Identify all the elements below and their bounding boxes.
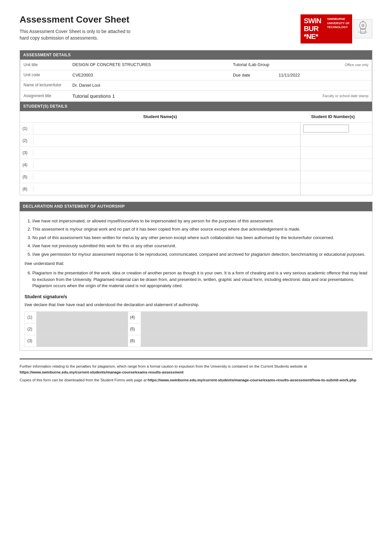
declaration-item-5: I/we give permission for my/our assessme…: [32, 251, 368, 258]
student-id-col-header: Student ID Number(s): [297, 114, 369, 120]
student-id-wrap-6: [300, 183, 372, 195]
student-row: (4): [20, 159, 372, 171]
student-id-input-2[interactable]: [303, 137, 362, 145]
signature-section: Student signature/s I/we declare that I/…: [24, 294, 368, 347]
sig-field-3-left[interactable]: [37, 335, 128, 347]
student-rows-container: (1) (2) (3) (4): [20, 122, 372, 195]
sig-spacer-2: (5): [128, 323, 141, 335]
understand-text: I/we understand that:: [24, 261, 368, 267]
svg-point-4: [362, 24, 364, 27]
declaration-item-1: I/we have not impersonated, or allowed m…: [32, 218, 368, 224]
student-id-input-1[interactable]: [303, 125, 349, 132]
sig-num-1-left: (1): [25, 311, 37, 323]
unit-code-value: CVE20003: [69, 70, 230, 80]
footer-section: Further information relating to the pena…: [20, 358, 372, 383]
sig-field-1-right[interactable]: [141, 311, 368, 323]
assignment-title-label: Assignment title: [20, 90, 69, 101]
sig-row-2: (2) (5): [25, 323, 368, 335]
footer-link-1[interactable]: https://www.swinburne.edu.my/current-stu…: [20, 370, 184, 374]
unit-title-value: DESIGN OF CONCRETE STRUCTURES: [69, 60, 230, 70]
tutorial-lab-value: [275, 60, 315, 70]
unit-code-row: Unit code CVE20003 Due date 11/11/2022: [20, 70, 372, 80]
plagiarism-item: Plagiarism is the presentation of the wo…: [32, 270, 368, 289]
sig-spacer-1: (4): [128, 311, 141, 323]
footer-link-2[interactable]: https://www.swinburne.edu.my/current-stu…: [148, 378, 356, 382]
sig-num-4-label: (4): [128, 313, 137, 321]
students-section-header: STUDENT(S) DETAILS: [20, 102, 372, 111]
signature-declare-text: I/we declare that I/we have read and und…: [24, 302, 368, 308]
plagiarism-list: Plagiarism is the presentation of the wo…: [24, 270, 368, 289]
unit-title-label: Unit title: [20, 60, 69, 70]
sig-field-3-right[interactable]: [141, 335, 368, 347]
student-name-input-4[interactable]: [33, 161, 300, 168]
student-row: (3): [20, 147, 372, 159]
lecturer-row: Name of lecturer/tutor Dr. Daniel Looi: [20, 80, 372, 90]
sig-row-3: (3) (6): [25, 335, 368, 347]
student-row: (5): [20, 171, 372, 183]
student-row: (2): [20, 134, 372, 147]
student-name-input-5[interactable]: [33, 173, 300, 181]
sig-field-2-right[interactable]: [141, 323, 368, 335]
declaration-item-3: No part of this assessment has been writ…: [32, 234, 368, 241]
assessment-details-section: ASSESSMENT DETAILS Unit title DESIGN OF …: [20, 50, 372, 195]
page-header: Assessment Cover Sheet This Assessment C…: [20, 13, 372, 43]
student-id-input-5[interactable]: [303, 173, 362, 181]
student-row: (6): [20, 183, 372, 195]
footer-line-2: Copies of this form can be downloaded fr…: [20, 377, 372, 383]
logo-area: SWiNBUR*NE* SWINBURNEUNIVERSITY OFTECHNO…: [301, 14, 372, 43]
footer-line-1: Further information relating to the pena…: [20, 363, 372, 375]
sig-spacer-3: (6): [128, 335, 141, 347]
student-name-col-header: Student Name(s): [23, 114, 297, 120]
lecturer-value: Dr. Daniel Looi: [69, 80, 315, 90]
declaration-section: DECLARATION AND STATEMENT OF AUTHORSHIP …: [20, 202, 372, 351]
sig-field-2-left[interactable]: [37, 323, 128, 335]
sig-num-3-left: (3): [25, 335, 37, 347]
faculty-stamp-label: Faculty or school date stamp: [275, 90, 372, 101]
page-title: Assessment Cover Sheet: [20, 13, 130, 26]
declaration-item-2: This assessment is my/our original work …: [32, 226, 368, 233]
sig-num-6-label: (6): [128, 337, 137, 345]
declaration-list: I/we have not impersonated, or allowed m…: [24, 218, 368, 258]
student-id-input-6[interactable]: [303, 185, 362, 193]
unit-code-label: Unit code: [20, 70, 69, 80]
signature-grid: (1) (4) (2) (5) (3): [24, 311, 368, 347]
lecturer-label: Name of lecturer/tutor: [20, 80, 69, 90]
declaration-item-4: I/we have not previously submitted this …: [32, 243, 368, 249]
student-id-wrap-5: [300, 171, 372, 183]
student-row: (1): [20, 122, 372, 134]
footer-text-2: Copies of this form can be downloaded fr…: [20, 378, 148, 382]
student-name-input-1[interactable]: [33, 123, 300, 134]
student-id-wrap-1: [300, 123, 372, 134]
student-row-num-6: (6): [20, 184, 33, 194]
student-name-input-6[interactable]: [33, 185, 300, 193]
tutorial-lab-label: Tutorial /Lab Group: [230, 60, 275, 70]
due-date-label: Due date: [230, 70, 275, 80]
student-id-wrap-3: [300, 147, 372, 159]
subtitle-line2: hard copy submission of assessments.: [20, 35, 130, 42]
student-id-input-4[interactable]: [303, 161, 362, 169]
student-name-input-2[interactable]: [33, 137, 300, 144]
due-date-value: 11/11/2022: [275, 70, 315, 80]
header-text: Assessment Cover Sheet This Assessment C…: [20, 13, 130, 41]
sig-field-1-left[interactable]: [37, 311, 128, 323]
sig-num-5-label: (5): [128, 325, 137, 333]
footer-text-1: Further information relating to the pena…: [20, 364, 307, 368]
crest-logo: [353, 19, 372, 38]
swin-logo: SWiNBUR*NE*: [301, 14, 324, 43]
student-row-num-1: (1): [20, 124, 33, 133]
sig-row-1: (1) (4): [25, 311, 368, 323]
subtitle-line1: This Assessment Cover Sheet is only to b…: [20, 28, 130, 35]
student-name-input-3[interactable]: [33, 149, 300, 156]
student-id-wrap-4: [300, 159, 372, 171]
assignment-title-row: Assignment title Tutorial questions 1 Fa…: [20, 90, 372, 101]
sig-num-2-left: (2): [25, 323, 37, 335]
assessment-details-table: Unit title DESIGN OF CONCRETE STRUCTURES…: [20, 60, 372, 102]
student-row-num-3: (3): [20, 148, 33, 158]
student-row-num-5: (5): [20, 172, 33, 182]
student-id-wrap-2: [300, 135, 372, 147]
signature-heading: Student signature/s: [24, 294, 368, 300]
assessment-details-header: ASSESSMENT DETAILS: [20, 50, 372, 60]
office-use-label: Office use only: [315, 60, 372, 70]
student-id-input-3[interactable]: [303, 149, 362, 157]
declaration-header: DECLARATION AND STATEMENT OF AUTHORSHIP: [20, 202, 372, 211]
